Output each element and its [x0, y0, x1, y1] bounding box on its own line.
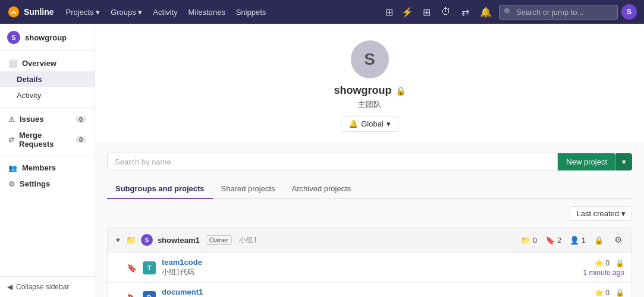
group-name-row: showgroup 🔒	[334, 84, 406, 97]
sidebar-settings-label: Settings	[20, 179, 50, 188]
search-wrap: 🔍	[499, 5, 618, 20]
sort-select[interactable]: Last created ▾	[570, 206, 632, 221]
grid2-icon[interactable]: ⊞	[419, 4, 434, 20]
sidebar-issues-label: Issues	[20, 115, 43, 124]
tab-subgroups-and-projects[interactable]: Subgroups and projects	[107, 179, 213, 199]
star-icon-team1code: ⭐ 0	[595, 259, 610, 267]
sidebar-item-members[interactable]: 👥 Members	[0, 160, 95, 176]
sidebar-item-overview[interactable]: ⬜ Overview	[0, 55, 95, 71]
collapse-sidebar-label: Collapse sidebar	[16, 283, 69, 291]
folder-icon-showteam1: 📁	[126, 235, 136, 245]
document1-avatar: D	[143, 291, 156, 298]
projects-toolbar: New project ▾	[107, 153, 632, 171]
projects-tabs: Subgroups and projects Shared projects A…	[107, 179, 632, 199]
sidebar-item-issues[interactable]: ⚠ Issues 0	[0, 111, 95, 127]
group-header: S showgroup 🔒 主团队 🔔 Global ▾	[95, 24, 644, 143]
team1code-right: ⭐ 0 🔒 1 minute ago	[583, 259, 624, 277]
chevron-left-icon: ◀	[7, 283, 12, 291]
sidebar-item-merge-requests[interactable]: ⇄ Merge Requests 0	[0, 127, 95, 152]
merge-icon[interactable]: ⇄	[458, 4, 473, 20]
main-layout: S showgroup ⬜ Overview Details Activity …	[0, 24, 644, 297]
merge-badge: 0	[76, 136, 86, 143]
nav-milestones[interactable]: Milestones	[184, 0, 230, 24]
lock-icon-document1: 🔒	[615, 289, 624, 297]
document1-meta: ⭐ 0 🔒	[595, 289, 624, 297]
team1code-name[interactable]: team1code	[162, 258, 577, 267]
logo-text: Sunline	[24, 7, 54, 17]
team1code-desc: 小组1代码	[162, 267, 577, 277]
gear-nav-icon: ⚙	[8, 180, 15, 188]
team1code-meta: ⭐ 0 🔒	[595, 259, 624, 267]
project-item-team1code: 🔖 T team1code 小组1代码 ⭐ 0 🔒 1 minute ago	[108, 252, 632, 282]
bolt-icon[interactable]: ⚡	[398, 4, 417, 20]
top-navigation: Sunline Projects ▾ Groups ▾ Activity Mil…	[0, 0, 644, 24]
sidebar-item-activity[interactable]: Activity	[0, 87, 95, 103]
search-icon: 🔍	[504, 8, 513, 16]
logo[interactable]: Sunline	[7, 5, 54, 18]
showteam1-settings-button[interactable]: ⚙	[612, 233, 624, 247]
projects-section: New project ▾ Subgroups and projects Sha…	[95, 143, 644, 297]
showteam1-members-stat: 👤 1	[570, 236, 586, 245]
search-by-name-input[interactable]	[107, 153, 558, 171]
nav-activity[interactable]: Activity	[148, 0, 182, 24]
nav-projects[interactable]: Projects ▾	[61, 0, 105, 24]
sidebar-user-name: showgroup	[25, 33, 67, 42]
team1code-time: 1 minute ago	[583, 268, 624, 277]
global-search-input[interactable]	[499, 5, 618, 20]
showteam1-owner-badge: Owner	[206, 235, 232, 245]
new-project-button[interactable]: New project	[558, 153, 615, 170]
grid-icon[interactable]: ⊞	[382, 4, 397, 20]
lock-icon: 🔒	[395, 86, 406, 96]
new-project-dropdown-button[interactable]: ▾	[615, 153, 632, 170]
showteam1-lock-stat: 🔒	[594, 236, 604, 245]
top-nav-links: Projects ▾ Groups ▾ Activity Milestones …	[61, 0, 417, 24]
sidebar: S showgroup ⬜ Overview Details Activity …	[0, 24, 95, 297]
sidebar-members-label: Members	[22, 163, 56, 172]
showteam1-subtitle: 小组1	[239, 235, 257, 245]
main-content: S showgroup 🔒 主团队 🔔 Global ▾ New project…	[95, 24, 644, 297]
issues-badge: 0	[76, 116, 86, 123]
star-icon-document1: ⭐ 0	[595, 289, 610, 297]
nav-snippets[interactable]: Snippets	[231, 0, 271, 24]
layout-icon: ⬜	[8, 59, 17, 68]
sidebar-activity-label: Activity	[17, 91, 41, 100]
chevron-down-icon: ▾	[387, 119, 391, 128]
topnav-right: ⊞ ⏱ ⇄ 🔔 🔍 S	[419, 4, 637, 20]
chevron-sort-icon: ▾	[621, 209, 626, 218]
sidebar-item-details[interactable]: Details	[0, 71, 95, 87]
showteam1-bookmarks-stat: 🔖 2	[545, 236, 561, 245]
sidebar-divider-1	[0, 107, 95, 108]
chevron-down-showteam1: ▼	[115, 236, 121, 244]
collapse-sidebar-button[interactable]: ◀ Collapse sidebar	[7, 283, 69, 291]
group-name-text: showgroup	[334, 84, 392, 97]
group-subtitle: 主团队	[358, 99, 381, 110]
lock-icon-team1code: 🔒	[615, 259, 624, 267]
sidebar-overview-label: Overview	[22, 59, 56, 68]
bell-icon[interactable]: 🔔	[476, 4, 495, 20]
project-item-document1: 🔖 D document1 小组1文档 ⭐ 0 🔒 11 seconds ago	[108, 282, 632, 297]
notify-label: Global	[361, 119, 384, 128]
nav-groups[interactable]: Groups ▾	[106, 0, 147, 24]
clock-icon[interactable]: ⏱	[438, 4, 454, 20]
sidebar-user-avatar: S	[7, 31, 20, 44]
showteam1-avatar: S	[141, 234, 153, 246]
bookmark-icon-team1code[interactable]: 🔖	[127, 263, 137, 273]
merge-nav-icon: ⇄	[8, 135, 14, 144]
sidebar-bottom: ◀ Collapse sidebar	[0, 276, 95, 297]
user-avatar[interactable]: S	[621, 4, 637, 20]
document1-name[interactable]: document1	[162, 287, 568, 296]
bell-icon-notify: 🔔	[348, 119, 358, 128]
sidebar-mergerequests-label: Merge Requests	[19, 131, 71, 148]
tab-archived-projects[interactable]: Archived projects	[284, 179, 360, 199]
sidebar-user[interactable]: S showgroup	[0, 24, 95, 50]
showteam1-folders-stat: 📁 0	[521, 236, 537, 245]
document1-info: document1 小组1文档	[162, 287, 568, 297]
alert-icon: ⚠	[8, 115, 15, 124]
tab-shared-projects[interactable]: Shared projects	[213, 179, 284, 199]
bookmark-icon-document1[interactable]: 🔖	[127, 293, 137, 298]
group-row-header-showteam1[interactable]: ▼ 📁 S showteam1 Owner 小组1 📁 0 🔖 2 👤 1 🔒 …	[108, 228, 632, 252]
notify-button[interactable]: 🔔 Global ▾	[341, 116, 398, 132]
team1code-info: team1code 小组1代码	[162, 258, 577, 277]
group-row-showteam1: ▼ 📁 S showteam1 Owner 小组1 📁 0 🔖 2 👤 1 🔒 …	[107, 227, 632, 297]
sidebar-item-settings[interactable]: ⚙ Settings	[0, 176, 95, 192]
